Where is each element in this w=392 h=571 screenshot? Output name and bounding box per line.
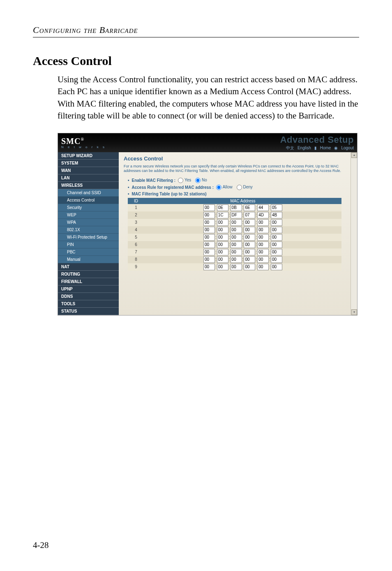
- mac-octet-input[interactable]: [231, 256, 242, 263]
- mac-octet-input[interactable]: [271, 227, 282, 233]
- scroll-up-icon[interactable]: ▴: [351, 152, 357, 158]
- sidebar-item-tools[interactable]: TOOLS: [58, 300, 119, 308]
- sidebar-item-setup-wizard[interactable]: SETUP WIZARD: [58, 152, 119, 160]
- mac-octet-input[interactable]: [231, 219, 242, 226]
- mac-octet-input[interactable]: [244, 241, 255, 248]
- enable-no-radio[interactable]: [195, 178, 201, 183]
- mac-octet-input[interactable]: [271, 234, 282, 241]
- mac-octet-input[interactable]: [203, 219, 215, 226]
- mac-octet-input[interactable]: [231, 204, 242, 211]
- sidebar-item-status[interactable]: STATUS: [58, 308, 119, 315]
- sidebar-item-system[interactable]: SYSTEM: [58, 160, 119, 167]
- mac-octet-input[interactable]: [257, 227, 269, 233]
- sidebar-item-nat[interactable]: NAT: [58, 263, 119, 271]
- mac-octet-input[interactable]: [271, 219, 282, 226]
- enable-mac-filtering-row: Enable MAC Filtering : Yes No: [128, 178, 346, 183]
- mac-octet-input[interactable]: [257, 241, 269, 248]
- mac-octet-input[interactable]: [217, 249, 228, 255]
- mac-octet-input[interactable]: [257, 264, 269, 270]
- enable-yes-radio[interactable]: [178, 178, 183, 183]
- enable-yes-option[interactable]: Yes: [178, 178, 193, 183]
- mac-octet-input[interactable]: [271, 256, 282, 263]
- mac-octet-input[interactable]: [231, 249, 242, 255]
- mac-octet-input[interactable]: [203, 241, 215, 248]
- sidebar-item-routing[interactable]: ROUTING: [58, 271, 119, 278]
- mac-octet-input[interactable]: [244, 256, 255, 263]
- mac-octet-input[interactable]: [244, 212, 255, 218]
- mac-octet-input[interactable]: [217, 227, 228, 233]
- sidebar-item-channel-and-ssid[interactable]: Channel and SSID: [58, 189, 119, 197]
- enable-no-option[interactable]: No: [195, 178, 209, 183]
- brand-subtext: N e t w o r k s: [61, 145, 106, 149]
- sidebar-item-wi-fi-protected-setup[interactable]: Wi-Fi Protected Setup: [58, 234, 119, 241]
- mac-octet-input[interactable]: [244, 234, 255, 241]
- mac-octet-input[interactable]: [257, 219, 269, 226]
- mac-octet-input[interactable]: [271, 241, 282, 248]
- mac-octet-input[interactable]: [257, 249, 269, 255]
- mac-octet-input[interactable]: [244, 204, 255, 211]
- mac-octet-input[interactable]: [217, 264, 228, 270]
- mac-octet-input[interactable]: [203, 249, 215, 255]
- mac-octet-input[interactable]: [271, 212, 282, 218]
- sidebar-item-wpa[interactable]: WPA: [58, 219, 119, 226]
- sidebar-item-security[interactable]: Security: [58, 204, 119, 211]
- mac-octet-input[interactable]: [217, 212, 228, 218]
- mac-octet-input[interactable]: [217, 256, 228, 263]
- home-link[interactable]: Home: [320, 146, 331, 150]
- mac-octet-input[interactable]: [203, 264, 215, 270]
- sidebar: SETUP WIZARDSYSTEMWANLANWIRELESSChannel …: [58, 152, 119, 315]
- mac-octet-input[interactable]: [271, 264, 282, 270]
- rule-allow-option[interactable]: Allow: [216, 185, 234, 190]
- row-id: 4: [128, 226, 144, 234]
- logout-link[interactable]: Logout: [341, 146, 354, 150]
- mac-octet-input[interactable]: [217, 204, 228, 211]
- mac-octet-input[interactable]: [203, 227, 215, 233]
- mac-octet-input[interactable]: [271, 249, 282, 255]
- sidebar-item-802-1x[interactable]: 802.1X: [58, 226, 119, 234]
- rule-allow-radio[interactable]: [216, 185, 221, 190]
- scroll-down-icon[interactable]: ▾: [351, 309, 357, 315]
- sidebar-item-lan[interactable]: LAN: [58, 174, 119, 182]
- mac-octet-input[interactable]: [231, 234, 242, 241]
- mac-octet-input[interactable]: [244, 219, 255, 226]
- row-mac: :::::: [144, 234, 341, 241]
- row-mac: :::::: [144, 219, 341, 226]
- mac-octet-input[interactable]: [217, 234, 228, 241]
- mac-octet-input[interactable]: [244, 227, 255, 233]
- sidebar-item-access-control[interactable]: Access Control: [58, 197, 119, 204]
- sidebar-item-pin[interactable]: PIN: [58, 241, 119, 248]
- mac-octet-input[interactable]: [217, 219, 228, 226]
- mac-octet-input[interactable]: [244, 264, 255, 270]
- mac-octet-input[interactable]: [271, 204, 282, 211]
- row-id: 5: [128, 234, 144, 241]
- mac-octet-input[interactable]: [203, 234, 215, 241]
- advanced-setup-heading: Advanced Setup: [280, 135, 354, 145]
- sidebar-item-upnp[interactable]: UPnP: [58, 286, 119, 293]
- mac-octet-input[interactable]: [257, 256, 269, 263]
- sidebar-item-ddns[interactable]: DDNS: [58, 293, 119, 300]
- sidebar-item-wireless[interactable]: WIRELESS: [58, 182, 119, 189]
- lang-zh-link[interactable]: 中文: [286, 145, 294, 151]
- mac-octet-input[interactable]: [203, 204, 215, 211]
- mac-octet-input[interactable]: [244, 249, 255, 255]
- mac-octet-input[interactable]: [257, 204, 269, 211]
- mac-octet-input[interactable]: [203, 212, 215, 218]
- sidebar-item-pbc[interactable]: PBC: [58, 248, 119, 256]
- mac-octet-input[interactable]: [231, 264, 242, 270]
- sidebar-item-firewall[interactable]: FIREWALL: [58, 278, 119, 286]
- sidebar-item-manual[interactable]: Manual: [58, 256, 119, 263]
- mac-octet-input[interactable]: [203, 256, 215, 263]
- mac-octet-input[interactable]: [257, 234, 269, 241]
- mac-octet-input[interactable]: [231, 212, 242, 218]
- lang-en-link[interactable]: English: [297, 146, 311, 150]
- sidebar-item-wan[interactable]: WAN: [58, 167, 119, 174]
- mac-octet-input[interactable]: [231, 241, 242, 248]
- mac-octet-input[interactable]: [231, 227, 242, 233]
- scrollbar[interactable]: ▴ ▾: [350, 152, 357, 315]
- rule-deny-radio[interactable]: [237, 185, 242, 190]
- mac-octet-input[interactable]: [257, 212, 269, 218]
- mac-octet-input[interactable]: [217, 241, 228, 248]
- rule-deny-text: Deny: [243, 185, 253, 189]
- rule-deny-option[interactable]: Deny: [237, 185, 254, 190]
- sidebar-item-wep[interactable]: WEP: [58, 211, 119, 219]
